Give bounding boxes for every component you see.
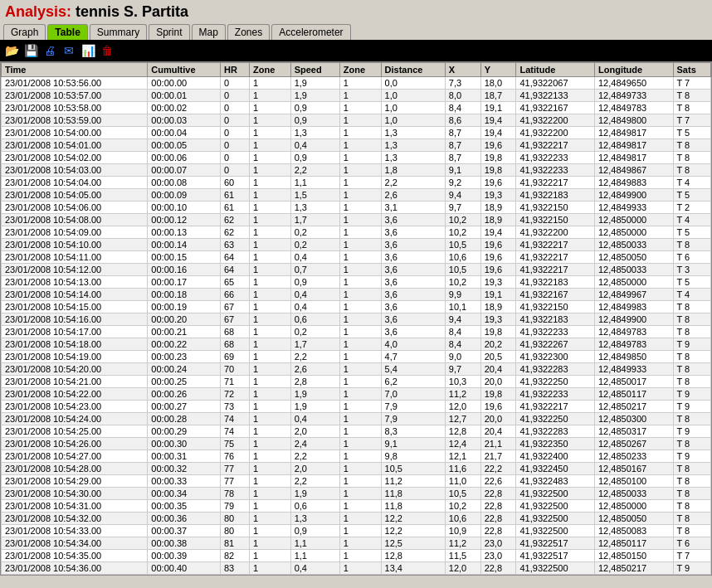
table-cell: 1: [249, 239, 290, 251]
table-row[interactable]: 23/01/2008 10:54:05.0000:00.096111,512,6…: [2, 189, 711, 202]
table-cell: 18,7: [480, 90, 516, 102]
delete-icon[interactable]: 🗑: [99, 42, 115, 59]
table-cell: T 5: [673, 189, 710, 202]
table-row[interactable]: 23/01/2008 10:54:32.0000:00.368011,3112,…: [2, 513, 711, 525]
table-cell: 0,4: [290, 139, 339, 152]
table-row[interactable]: 23/01/2008 10:53:58.0000:00.02010,911,08…: [2, 102, 711, 114]
table-cell: 12,4849817: [595, 152, 674, 164]
table-row[interactable]: 23/01/2008 10:54:01.0000:00.05010,411,38…: [2, 139, 711, 152]
table-cell: 65: [220, 276, 249, 289]
table-row[interactable]: 23/01/2008 10:53:59.0000:00.03010,911,08…: [2, 114, 711, 127]
table-cell: 0: [220, 164, 249, 177]
table-cell: T 6: [673, 537, 710, 550]
tab-summary[interactable]: Summary: [90, 24, 147, 40]
table-cell: 1: [339, 264, 381, 276]
table-row[interactable]: 23/01/2008 10:54:34.0000:00.388111,1112,…: [2, 537, 711, 550]
table-row[interactable]: 23/01/2008 10:54:00.0000:00.04011,311,38…: [2, 127, 711, 139]
table-row[interactable]: 23/01/2008 10:54:06.0000:00.106111,313,1…: [2, 202, 711, 214]
table-row[interactable]: 23/01/2008 10:53:56.0000:00.00011,910,07…: [2, 77, 711, 90]
table-cell: 8,3: [381, 425, 445, 438]
table-row[interactable]: 23/01/2008 10:54:29.0000:00.337712,2111,…: [2, 475, 711, 488]
table-cell: 1,1: [290, 177, 339, 189]
table-row[interactable]: 23/01/2008 10:54:08.0000:00.126211,713,6…: [2, 214, 711, 226]
table-cell: 1,3: [290, 575, 339, 576]
table-row[interactable]: 23/01/2008 10:54:22.0000:00.267211,917,0…: [2, 388, 711, 401]
save-icon[interactable]: 💾: [22, 42, 39, 59]
tab-graph[interactable]: Graph: [3, 24, 46, 40]
table-cell: 1: [249, 488, 290, 500]
table-cell: 12,4849817: [595, 127, 674, 139]
table-cell: 41,9322217: [516, 264, 595, 276]
table-row[interactable]: 23/01/2008 10:54:19.0000:00.236912,214,7…: [2, 351, 711, 363]
table-cell: 2,4: [290, 438, 339, 450]
table-cell: T 7: [673, 550, 710, 562]
table-cell: 1: [339, 214, 381, 226]
print-icon[interactable]: 🖨: [41, 42, 58, 59]
col-header-hr: HR: [220, 63, 249, 77]
table-row[interactable]: 23/01/2008 10:54:31.0000:00.357910,6111,…: [2, 500, 711, 513]
tab-table[interactable]: Table: [47, 24, 87, 40]
table-row[interactable]: 23/01/2008 10:53:57.0000:00.01011,911,08…: [2, 90, 711, 102]
table-cell: 41,9322267: [516, 338, 595, 351]
table-cell: 41,9322067: [516, 77, 595, 90]
table-row[interactable]: 23/01/2008 10:54:04.0000:00.086011,112,2…: [2, 177, 711, 189]
table-cell: 23/01/2008 10:54:29.00: [2, 475, 148, 488]
table-cell: 1: [339, 338, 381, 351]
table-cell: 1: [249, 363, 290, 376]
table-row[interactable]: 23/01/2008 10:54:23.0000:00.277311,917,9…: [2, 401, 711, 413]
table-cell: 12,4849850: [595, 351, 674, 363]
title-prefix: Analysis:: [5, 3, 76, 20]
open-icon[interactable]: 📂: [3, 42, 20, 59]
excel-icon[interactable]: 📊: [80, 42, 96, 59]
tab-map[interactable]: Map: [192, 24, 226, 40]
toolbar: 📂 💾 🖨 ✉ 📊 🗑: [0, 40, 712, 61]
table-cell: T 8: [673, 313, 710, 326]
table-row[interactable]: 23/01/2008 10:54:17.0000:00.216810,213,6…: [2, 326, 711, 338]
table-row[interactable]: 23/01/2008 10:54:13.0000:00.176510,913,6…: [2, 276, 711, 289]
table-cell: 00:00.04: [148, 127, 221, 139]
table-row[interactable]: 23/01/2008 10:54:27.0000:00.317612,219,8…: [2, 450, 711, 463]
table-row[interactable]: 23/01/2008 10:54:30.0000:00.347811,9111,…: [2, 488, 711, 500]
table-row[interactable]: 23/01/2008 10:54:24.0000:00.287410,417,9…: [2, 413, 711, 425]
table-row[interactable]: 23/01/2008 10:54:02.0000:00.06010,911,38…: [2, 152, 711, 164]
table-cell: 41,9322200: [516, 114, 595, 127]
table-row[interactable]: 23/01/2008 10:54:35.0000:00.398211,1112,…: [2, 550, 711, 562]
col-header-cumultive: Cumultive: [148, 63, 221, 77]
table-cell: 10,5: [381, 463, 445, 475]
table-cell: 41,9322483: [516, 475, 595, 488]
table-row[interactable]: 23/01/2008 10:54:16.0000:00.206710,613,6…: [2, 313, 711, 326]
table-row[interactable]: 23/01/2008 10:54:03.0000:00.07012,211,89…: [2, 164, 711, 177]
table-cell: 23/01/2008 10:54:35.00: [2, 550, 148, 562]
table-cell: 00:00.05: [148, 139, 221, 152]
table-cell: 20,0: [480, 413, 516, 425]
tab-zones[interactable]: Zones: [227, 24, 270, 40]
table-row[interactable]: 23/01/2008 10:54:20.0000:00.247012,615,4…: [2, 363, 711, 376]
tab-sprint[interactable]: Sprint: [149, 24, 189, 40]
table-cell: T 8: [673, 488, 710, 500]
table-cell: 23/01/2008 10:54:36.00: [2, 562, 148, 575]
table-cell: 20,5: [480, 351, 516, 363]
table-row[interactable]: 23/01/2008 10:54:37.0000:00.418411,3113,…: [2, 575, 711, 576]
table-cell: 41,9322283: [516, 363, 595, 376]
table-row[interactable]: 23/01/2008 10:54:28.0000:00.327712,0110,…: [2, 463, 711, 475]
table-row[interactable]: 23/01/2008 10:54:14.0000:00.186610,413,6…: [2, 289, 711, 301]
table-cell: 10,2: [445, 214, 480, 226]
table-row[interactable]: 23/01/2008 10:54:36.0000:00.408310,4113,…: [2, 562, 711, 575]
table-row[interactable]: 23/01/2008 10:54:10.0000:00.146310,213,6…: [2, 239, 711, 251]
table-row[interactable]: 23/01/2008 10:54:21.0000:00.257112,816,2…: [2, 376, 711, 388]
table-cell: 00:00.07: [148, 164, 221, 177]
table-row[interactable]: 23/01/2008 10:54:18.0000:00.226811,714,0…: [2, 338, 711, 351]
table-row[interactable]: 23/01/2008 10:54:09.0000:00.136210,213,6…: [2, 226, 711, 239]
table-cell: 81: [220, 537, 249, 550]
table-row[interactable]: 23/01/2008 10:54:11.0000:00.156410,413,6…: [2, 251, 711, 264]
table-cell: 12,4849733: [595, 90, 674, 102]
table-row[interactable]: 23/01/2008 10:54:25.0000:00.297412,018,3…: [2, 425, 711, 438]
table-cell: 23/01/2008 10:53:57.00: [2, 90, 148, 102]
table-row[interactable]: 23/01/2008 10:54:33.0000:00.378010,9112,…: [2, 525, 711, 537]
email-icon[interactable]: ✉: [61, 42, 77, 59]
tab-accelerometer[interactable]: Accelerometer: [271, 24, 350, 40]
table-row[interactable]: 23/01/2008 10:54:26.0000:00.307512,419,1…: [2, 438, 711, 450]
table-row[interactable]: 23/01/2008 10:54:12.0000:00.166410,713,6…: [2, 264, 711, 276]
table-row[interactable]: 23/01/2008 10:54:15.0000:00.196710,413,6…: [2, 301, 711, 313]
table-cell: 1: [339, 127, 381, 139]
